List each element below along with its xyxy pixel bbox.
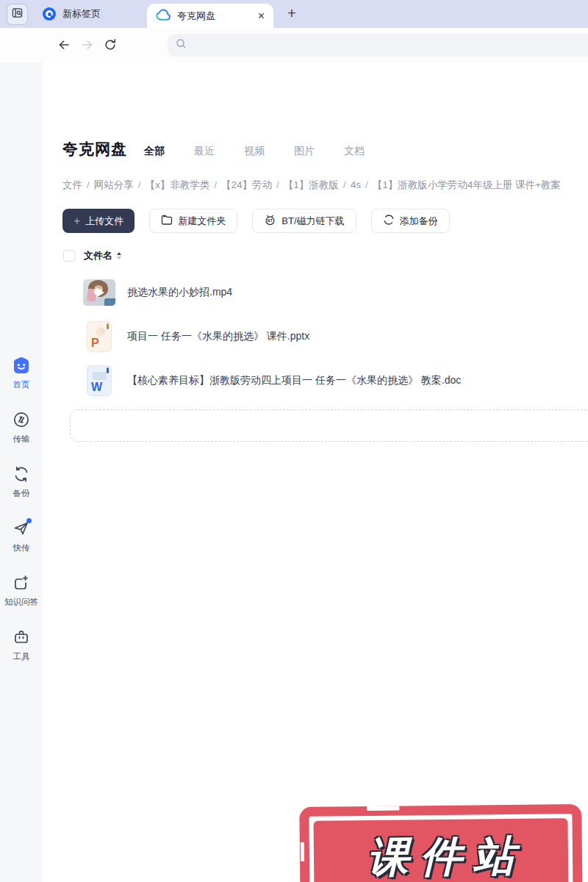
doc-file-icon: W <box>87 365 112 396</box>
breadcrumb-item[interactable]: 【24】劳动 <box>221 179 272 190</box>
sidebar: 首页 传输 备份 <box>0 62 43 882</box>
browser-tab-newpage[interactable]: 新标签页 <box>43 7 153 21</box>
notification-dot <box>26 518 32 523</box>
sidebar-item-transfer[interactable]: 传输 <box>12 410 31 445</box>
tab-search-button[interactable] <box>7 4 28 25</box>
action-bar: + 上传文件 新建文件夹 BT BT/磁力链下载 <box>62 209 450 233</box>
sidebar-label: 工具 <box>13 651 30 662</box>
breadcrumb-separator: / <box>214 179 217 190</box>
sidebar-label: 知识问答 <box>4 597 38 608</box>
breadcrumb-item[interactable]: 文件 <box>62 179 82 190</box>
play-icon <box>96 287 104 298</box>
upload-file-button[interactable]: + 上传文件 <box>62 209 135 233</box>
toolbox-icon <box>12 628 31 647</box>
header-row: 夸克网盘 全部 最近 视频 图片 文档 <box>62 139 365 159</box>
sort-icon[interactable] <box>117 252 121 259</box>
sidebar-label: 备份 <box>13 488 30 499</box>
file-row-doc[interactable]: W 【核心素养目标】浙教版劳动四上项目一 任务一《水果的挑选》 教案.doc <box>81 359 588 403</box>
knowledge-box-icon <box>12 573 31 592</box>
tab-image[interactable]: 图片 <box>294 145 315 158</box>
tab-recent[interactable]: 最近 <box>194 145 215 158</box>
tab-all[interactable]: 全部 <box>144 145 165 158</box>
button-label: 上传文件 <box>85 215 123 228</box>
bt-magnet-download-button[interactable]: BT BT/磁力链下载 <box>252 209 356 233</box>
sidebar-label: 传输 <box>13 434 30 445</box>
add-backup-button[interactable]: 添加备份 <box>371 209 450 233</box>
select-all-checkbox[interactable] <box>63 250 75 262</box>
watermark-stamp: 课件站 <box>299 804 582 882</box>
sidebar-item-quick-send[interactable]: 快传 <box>12 519 31 553</box>
sidebar-item-tools[interactable]: 工具 <box>12 628 31 662</box>
watermark-text: 课件站 <box>356 828 526 882</box>
new-tab-button[interactable]: + <box>282 3 301 24</box>
breadcrumb-item[interactable]: 4s <box>351 179 361 190</box>
breadcrumb-item[interactable]: 【x】非教学类 <box>146 179 210 190</box>
tab-video[interactable]: 视频 <box>244 145 265 158</box>
address-search-bar[interactable] <box>168 34 588 57</box>
file-row-pptx[interactable]: P 项目一 任务一《水果的挑选》 课件.pptx <box>81 315 588 359</box>
breadcrumb-separator: / <box>276 179 279 190</box>
tab-label: 新标签页 <box>62 7 101 21</box>
file-name[interactable]: 【核心素养目标】浙教版劳动四上项目一 任务一《水果的挑选》 教案.doc <box>127 374 461 387</box>
forward-icon[interactable] <box>81 38 94 54</box>
cloud-drive-icon <box>156 9 171 24</box>
paper-plane-icon <box>12 519 31 538</box>
file-list-header: 文件名 <box>63 249 121 262</box>
quark-browser-logo-icon <box>43 7 56 21</box>
button-label: 新建文件夹 <box>178 215 226 228</box>
file-row-video[interactable]: 挑选水果的小妙招.mp4 <box>81 270 588 315</box>
breadcrumb: 文件/网站分享/【x】非教学类/【24】劳动/【1】浙教版/4s/【1】浙教版小… <box>62 179 588 192</box>
button-label: 添加备份 <box>400 215 438 228</box>
upload-dropzone[interactable] <box>70 409 588 442</box>
sidebar-item-knowledge-qa[interactable]: 知识问答 <box>4 573 38 608</box>
breadcrumb-separator: / <box>343 179 346 190</box>
tab-label: 夸克网盘 <box>177 10 258 23</box>
browser-toolbar <box>0 28 588 63</box>
video-thumbnail-icon <box>83 279 115 306</box>
quark-drive-page: 首页 传输 备份 <box>0 62 588 882</box>
home-icon <box>12 356 31 375</box>
search-icon <box>176 38 187 52</box>
breadcrumb-separator: / <box>365 179 368 190</box>
close-tab-icon[interactable]: × <box>258 10 265 22</box>
breadcrumb-item[interactable]: 网站分享 <box>94 179 134 190</box>
breadcrumb-separator: / <box>87 179 90 190</box>
refresh-icon[interactable] <box>104 38 117 54</box>
sidebar-item-home[interactable]: 首页 <box>12 356 31 390</box>
plus-icon: + <box>74 215 80 228</box>
bt-download-icon: BT <box>264 214 276 228</box>
breadcrumb-item-current[interactable]: 【1】浙教版小学劳动4年级上册 课件+教案 <box>373 179 561 190</box>
backup-circle-icon <box>383 214 395 228</box>
sidebar-item-backup[interactable]: 备份 <box>12 465 31 499</box>
page-title: 夸克网盘 <box>62 139 127 159</box>
svg-text:BT: BT <box>268 218 273 223</box>
back-icon[interactable] <box>57 38 71 54</box>
sidebar-label: 快传 <box>13 542 30 553</box>
pptx-file-icon: P <box>87 321 112 352</box>
breadcrumb-separator: / <box>138 179 141 190</box>
transfer-icon <box>12 410 31 429</box>
tab-document[interactable]: 文档 <box>344 145 365 158</box>
filename-column-header[interactable]: 文件名 <box>84 249 112 262</box>
folder-plus-icon <box>161 215 173 227</box>
new-folder-button[interactable]: 新建文件夹 <box>149 209 237 233</box>
file-name[interactable]: 项目一 任务一《水果的挑选》 课件.pptx <box>127 330 309 343</box>
tab-search-icon <box>12 7 23 21</box>
sidebar-label: 首页 <box>13 379 30 390</box>
browser-tab-quark-drive[interactable]: 夸克网盘 × <box>147 4 273 28</box>
backup-sync-icon <box>12 465 31 484</box>
breadcrumb-item[interactable]: 【1】浙教版 <box>284 179 339 190</box>
button-label: BT/磁力链下载 <box>282 215 344 228</box>
browser-tab-bar: 新标签页 夸克网盘 × + <box>0 0 588 28</box>
category-tabs: 全部 最近 视频 图片 文档 <box>144 145 365 158</box>
file-name[interactable]: 挑选水果的小妙招.mp4 <box>127 286 232 299</box>
